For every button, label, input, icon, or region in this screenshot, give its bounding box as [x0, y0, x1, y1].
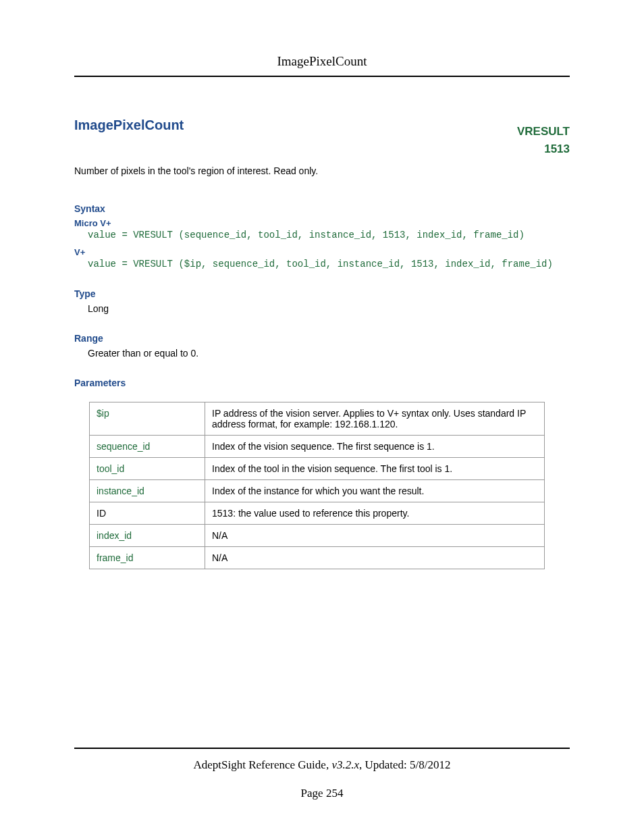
parameters-table: $ip IP address of the vision server. App…	[89, 402, 545, 569]
range-value: Greater than or equal to 0.	[88, 348, 570, 359]
vresult-label: VRESULT	[517, 123, 570, 140]
footer: AdeptSight Reference Guide, v3.2.x, Upda…	[74, 748, 570, 800]
param-desc: N/A	[205, 525, 545, 547]
footer-updated: , Updated: 5/8/2012	[359, 758, 451, 771]
param-desc: IP address of the vision server. Applies…	[205, 402, 545, 436]
param-name: ID	[90, 502, 205, 525]
table-row: instance_id Index of the instance for wh…	[90, 480, 545, 502]
table-row: ID 1513: the value used to reference thi…	[90, 502, 545, 525]
footer-rule	[74, 748, 570, 749]
param-name: instance_id	[90, 480, 205, 502]
footer-guide: AdeptSight Reference Guide	[194, 758, 326, 771]
parameters-label: Parameters	[74, 377, 570, 388]
table-row: frame_id N/A	[90, 547, 545, 569]
page-number: Page 254	[74, 787, 570, 800]
param-name: tool_id	[90, 458, 205, 480]
param-name: index_id	[90, 525, 205, 547]
footer-line: AdeptSight Reference Guide, v3.2.x, Upda…	[74, 758, 570, 772]
param-name: frame_id	[90, 547, 205, 569]
table-row: index_id N/A	[90, 525, 545, 547]
table-row: sequence_id Index of the vision sequence…	[90, 436, 545, 458]
param-desc: Index of the vision sequence. The first …	[205, 436, 545, 458]
header-title: ImagePixelCount	[74, 54, 570, 69]
param-desc: 1513: the value used to reference this p…	[205, 502, 545, 525]
param-desc: Index of the instance for which you want…	[205, 480, 545, 502]
type-label: Type	[74, 288, 570, 299]
table-row: $ip IP address of the vision server. App…	[90, 402, 545, 436]
syntax-label: Syntax	[74, 203, 570, 214]
param-name: sequence_id	[90, 436, 205, 458]
micro-vplus-code: value = VRESULT (sequence_id, tool_id, i…	[88, 230, 570, 240]
vresult-box: VRESULT 1513	[517, 123, 570, 157]
vplus-label: V+	[74, 247, 570, 257]
micro-vplus-label: Micro V+	[74, 218, 570, 228]
footer-version: , v3.2.x	[326, 758, 359, 771]
vplus-code: value = VRESULT ($ip, sequence_id, tool_…	[88, 259, 570, 269]
table-row: tool_id Index of the tool in the vision …	[90, 458, 545, 480]
param-desc: Index of the tool in the vision sequence…	[205, 458, 545, 480]
param-name: $ip	[90, 402, 205, 436]
type-value: Long	[88, 303, 570, 314]
main-title: ImagePixelCount	[74, 118, 184, 133]
range-label: Range	[74, 333, 570, 344]
document-page: ImagePixelCount ImagePixelCount VRESULT …	[0, 0, 644, 834]
header-rule	[74, 76, 570, 77]
title-row: ImagePixelCount VRESULT 1513	[74, 118, 570, 157]
vresult-number: 1513	[517, 140, 570, 158]
param-desc: N/A	[205, 547, 545, 569]
intro-text: Number of pixels in the tool's region of…	[74, 165, 570, 176]
